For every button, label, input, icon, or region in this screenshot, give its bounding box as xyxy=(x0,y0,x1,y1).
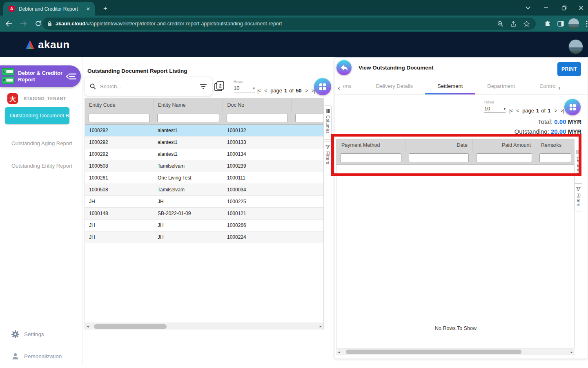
detail-tab[interactable]: Settlement xyxy=(425,79,475,94)
window-minimize-icon[interactable] xyxy=(540,3,552,12)
tab-scroll-right-icon[interactable]: › xyxy=(556,81,563,94)
url-bar[interactable]: akaun.cloud/#/applet/tnt/wavelet/erp/deb… xyxy=(42,18,536,30)
entity-code-filter-input[interactable] xyxy=(89,114,150,122)
window-restore-icon[interactable] xyxy=(558,3,570,12)
cell-doc-no: 1000239 xyxy=(223,160,292,172)
detail-tab[interactable]: Delivery Details xyxy=(364,79,425,94)
filter-lines-icon[interactable] xyxy=(200,84,207,90)
page-total: 50 xyxy=(296,88,301,94)
cell-doc-no: 1000224 xyxy=(223,231,292,243)
extensions-puzzle-icon[interactable] xyxy=(542,18,553,29)
detail-tab-bar: ‹ Items Delivery Details Settlement Depa… xyxy=(334,79,588,95)
lock-icon xyxy=(47,21,52,27)
table-row[interactable]: 1000508 Tamilselvam 1000239 xyxy=(85,160,324,172)
filters-side-tab[interactable]: Filters xyxy=(575,184,582,211)
table-row[interactable]: JH JH 1000266 xyxy=(85,220,324,231)
grid-view-button[interactable] xyxy=(314,78,331,95)
total-amount: Total: 0.00 MYR xyxy=(538,118,581,125)
table-row[interactable]: 1000261 One Living Test 1000111 xyxy=(85,172,324,184)
window-close-icon[interactable] xyxy=(575,3,587,12)
next-page-button[interactable]: > xyxy=(554,108,557,114)
columns-tab-label: Columns xyxy=(325,115,330,134)
table-row[interactable]: 1000292 alantest1 1000132 xyxy=(85,125,324,137)
table-row[interactable]: 1000148 SB-2022-01-09 1000121 xyxy=(85,208,324,220)
listing-title: Outstanding Document Report Listing xyxy=(87,68,187,74)
prev-page-button[interactable]: < xyxy=(516,108,519,114)
column-header[interactable]: Doc No xyxy=(223,99,291,112)
listing-side-tabs: Columns Filters xyxy=(324,105,332,169)
sidebar-item[interactable]: Outstanding Document Report xyxy=(5,107,69,124)
table-row[interactable]: 1000292 alantest1 1000133 xyxy=(85,137,324,148)
back-button[interactable] xyxy=(336,60,352,75)
cell-doc-no: 1000266 xyxy=(223,220,292,231)
filters-side-tab[interactable]: Filters xyxy=(324,141,332,169)
sidebar-item[interactable]: Outstanding Aging Report xyxy=(11,140,74,147)
column-header[interactable]: Entity Name xyxy=(154,99,223,112)
detail-tab[interactable]: Items xyxy=(343,79,364,94)
scroll-right-icon[interactable]: ▸ xyxy=(569,350,575,354)
grid-view-button[interactable] xyxy=(564,99,581,115)
listing-grid-body: 1000292 alantest1 1000132 1000292 alante… xyxy=(85,125,323,243)
scrollbar-track[interactable] xyxy=(91,323,318,330)
listing-horizontal-scrollbar[interactable]: ◂ ▸ xyxy=(85,323,323,330)
table-row[interactable]: JH JH 1000224 xyxy=(85,231,324,243)
zoom-page-icon[interactable] xyxy=(495,18,506,29)
scroll-left-icon[interactable]: ◂ xyxy=(85,324,91,328)
columns-icon xyxy=(326,109,330,113)
tenant-name: STAGING_TENANT xyxy=(24,96,66,101)
rows-select[interactable]: 10 ▾ xyxy=(484,105,506,113)
forward-navigation-icon[interactable] xyxy=(17,18,29,30)
column-header[interactable]: Entity Code xyxy=(85,99,154,112)
scrollbar-thumb[interactable] xyxy=(346,350,521,354)
svg-text:2: 2 xyxy=(219,83,221,88)
search-input[interactable] xyxy=(99,83,200,90)
scrollbar-track[interactable] xyxy=(342,348,569,355)
back-navigation-icon[interactable] xyxy=(2,18,15,30)
scroll-left-icon[interactable]: ◂ xyxy=(336,350,342,354)
sidebar-item-settings[interactable]: Settings xyxy=(11,330,44,338)
share-icon[interactable] xyxy=(508,18,519,29)
user-avatar[interactable] xyxy=(568,39,583,54)
sidebar-item[interactable]: Outstanding Entity Report xyxy=(11,163,74,169)
akaun-logo[interactable]: akaun xyxy=(24,38,70,51)
table-row[interactable]: 1000508 Tamilselvam 1000034 xyxy=(85,184,324,196)
of-word: of xyxy=(289,88,294,94)
first-page-button[interactable]: |< xyxy=(257,88,261,94)
bookmark-star-icon[interactable] xyxy=(521,18,532,29)
sidebar-item-personalization[interactable]: Personalization xyxy=(11,352,62,360)
side-panel-icon[interactable] xyxy=(555,18,566,29)
cell-doc-no: 1000121 xyxy=(223,208,292,219)
listing-grid-filter-row xyxy=(85,112,324,125)
applet-title-banner[interactable]: Debtor & Creditor Report xyxy=(0,65,81,87)
detail-horizontal-scrollbar[interactable]: ◂ ▸ xyxy=(336,348,575,355)
browser-profile-avatar[interactable] xyxy=(568,18,579,29)
tab-search-chevron-icon[interactable] xyxy=(522,3,534,12)
binders-icon xyxy=(1,67,16,86)
tab-close-icon[interactable]: ✕ xyxy=(85,6,91,12)
new-tab-button[interactable]: + xyxy=(100,4,110,13)
last-page-button[interactable]: >| xyxy=(560,108,564,114)
duplicate-layer-icon[interactable]: 2 xyxy=(214,81,225,92)
collapse-sidebar-icon[interactable] xyxy=(66,72,77,81)
table-row[interactable]: 1000292 alantest1 1000134 xyxy=(85,148,324,160)
rows-select[interactable]: 10 ▾ xyxy=(234,85,255,92)
tenant-row[interactable]: 大 STAGING_TENANT xyxy=(7,93,66,104)
next-page-button[interactable]: > xyxy=(305,88,308,94)
extra-filter-input[interactable] xyxy=(295,114,324,122)
detail-tab[interactable]: Department xyxy=(475,79,527,94)
prev-page-button[interactable]: < xyxy=(264,88,267,94)
browser-tab[interactable]: A Debtor and Creditor Report ✕ xyxy=(3,2,95,16)
print-button[interactable]: PRINT xyxy=(557,62,581,76)
entity-name-filter-input[interactable] xyxy=(157,114,219,122)
scroll-right-icon[interactable]: ▸ xyxy=(318,324,323,328)
doc-no-filter-input[interactable] xyxy=(227,114,288,122)
tab-scroll-left-icon[interactable]: ‹ xyxy=(335,81,343,94)
detail-tab[interactable]: Control xyxy=(527,79,556,94)
columns-side-tab[interactable]: Columns xyxy=(324,105,332,140)
scrollbar-thumb[interactable] xyxy=(94,324,167,329)
cell-doc-no: 1000034 xyxy=(223,184,292,195)
table-row[interactable]: JH JH 1000225 xyxy=(85,196,324,208)
first-page-button[interactable]: |< xyxy=(509,108,512,114)
search-bar[interactable] xyxy=(85,77,212,96)
browser-menu-dots-icon[interactable] xyxy=(581,18,588,29)
